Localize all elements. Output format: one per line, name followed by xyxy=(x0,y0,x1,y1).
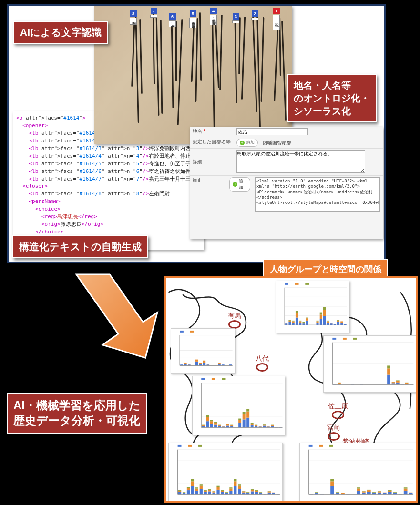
svg-rect-372 xyxy=(388,491,392,492)
svg-rect-246 xyxy=(178,490,181,491)
svg-rect-1 xyxy=(285,283,288,285)
svg-rect-147 xyxy=(251,424,254,425)
manuscript-marker-2[interactable]: 2寄進上山熊野三所権現科田事 xyxy=(251,10,258,20)
svg-rect-85 xyxy=(203,361,206,363)
svg-rect-156 xyxy=(263,425,266,426)
svg-rect-296 xyxy=(251,490,254,492)
form-kml-box[interactable]: <?xml version="1.0" encoding="UTF-8"?> <… xyxy=(255,177,380,212)
svg-rect-58 xyxy=(340,321,343,323)
svg-rect-41 xyxy=(320,313,322,315)
svg-rect-57 xyxy=(340,323,343,325)
place-佐土原: 佐土原 xyxy=(328,402,348,419)
svg-rect-295 xyxy=(251,491,254,494)
svg-rect-251 xyxy=(187,488,190,490)
svg-rect-65 xyxy=(180,331,184,333)
svg-rect-256 xyxy=(195,491,198,494)
svg-rect-220 xyxy=(392,382,395,383)
manuscript-marker-1[interactable]: 1[転代…]山龍現三科田寄進状案文 xyxy=(273,8,280,30)
manuscript-marker-6[interactable]: 6寧之祈祷之状如件、 xyxy=(169,13,176,27)
svg-rect-320 xyxy=(329,445,333,447)
svg-rect-339 xyxy=(330,481,334,486)
svg-rect-253 xyxy=(191,486,194,494)
form-place-input[interactable] xyxy=(236,128,308,135)
svg-rect-12 xyxy=(288,322,291,325)
svg-rect-290 xyxy=(242,491,245,492)
svg-rect-286 xyxy=(238,489,241,495)
svg-rect-267 xyxy=(208,489,211,490)
svg-rect-84 xyxy=(203,363,206,365)
svg-rect-174 xyxy=(353,338,357,340)
svg-rect-263 xyxy=(204,491,207,492)
svg-rect-66 xyxy=(190,331,194,333)
svg-rect-103 xyxy=(212,378,215,380)
svg-rect-3 xyxy=(305,283,309,285)
svg-rect-338 xyxy=(330,486,334,494)
manuscript-marker-4[interactable]: 4右於田地者、停止万雑公事、所奉 xyxy=(210,8,217,25)
svg-rect-116 xyxy=(210,424,213,427)
mini-chart-c2 xyxy=(171,328,235,374)
svg-rect-360 xyxy=(367,490,371,492)
svg-rect-87 xyxy=(207,364,210,364)
manuscript-marker-3[interactable]: 3坪浮免割段町内西方六段 xyxy=(232,13,239,23)
svg-rect-276 xyxy=(221,490,224,491)
svg-rect-381 xyxy=(404,489,408,491)
svg-rect-111 xyxy=(202,425,205,426)
svg-rect-104 xyxy=(222,378,226,380)
svg-rect-145 xyxy=(246,409,249,412)
label-structured-text: 構造化テキストの自動生成 xyxy=(12,235,148,258)
svg-rect-121 xyxy=(214,422,217,423)
svg-rect-369 xyxy=(383,493,387,493)
svg-rect-157 xyxy=(263,424,266,425)
manuscript-marker-5[interactable]: 5寄進也、仍至于子子孫孫、可被致丁 xyxy=(189,10,196,28)
form-stipulated-value: 因幡国智頭郡 xyxy=(263,140,291,146)
svg-rect-23 xyxy=(299,321,301,322)
svg-rect-297 xyxy=(251,489,254,490)
manuscript-marker-8[interactable]: 8左衛門尉 藤原忠長 xyxy=(130,10,137,25)
svg-rect-193 xyxy=(351,384,355,384)
svg-rect-199 xyxy=(360,384,363,384)
svg-rect-278 xyxy=(225,493,228,493)
svg-rect-308 xyxy=(268,491,271,492)
add-button-1[interactable]: 追加 xyxy=(236,139,258,147)
mini-chart-c1 xyxy=(276,281,349,333)
svg-rect-309 xyxy=(268,491,271,491)
svg-rect-318 xyxy=(309,445,313,447)
svg-rect-285 xyxy=(234,479,236,482)
svg-rect-380 xyxy=(404,491,408,494)
svg-rect-271 xyxy=(216,490,219,494)
svg-rect-245 xyxy=(178,491,181,492)
form-kml-label: kml xyxy=(193,177,229,182)
svg-rect-254 xyxy=(191,481,194,486)
svg-rect-138 xyxy=(238,420,241,423)
svg-rect-159 xyxy=(267,426,270,426)
svg-rect-218 xyxy=(387,365,390,368)
svg-rect-283 xyxy=(234,486,236,494)
svg-rect-38 xyxy=(316,321,318,322)
svg-rect-269 xyxy=(212,491,215,492)
svg-rect-81 xyxy=(195,360,198,362)
svg-rect-289 xyxy=(242,493,245,495)
svg-rect-358 xyxy=(362,491,366,491)
svg-rect-132 xyxy=(230,425,233,426)
svg-rect-114 xyxy=(206,417,209,421)
svg-rect-226 xyxy=(401,384,404,384)
svg-rect-279 xyxy=(225,492,228,493)
svg-rect-54 xyxy=(337,322,339,325)
svg-rect-223 xyxy=(396,381,400,383)
svg-rect-261 xyxy=(200,484,203,486)
svg-rect-118 xyxy=(210,420,213,421)
svg-rect-130 xyxy=(226,424,229,424)
place-有馬: 有馬 xyxy=(228,312,241,329)
svg-rect-172 xyxy=(332,338,336,340)
manuscript-marker-7[interactable]: 7嘉元三年十月十三日 xyxy=(150,8,157,18)
svg-rect-236 xyxy=(178,445,182,447)
svg-rect-112 xyxy=(202,425,205,425)
svg-rect-163 xyxy=(271,425,274,425)
form-details-textarea[interactable] xyxy=(236,150,365,173)
add-button-2[interactable]: 追加 xyxy=(229,177,250,192)
svg-rect-42 xyxy=(323,316,326,325)
svg-rect-146 xyxy=(251,425,254,428)
svg-rect-260 xyxy=(200,486,203,489)
svg-rect-83 xyxy=(199,363,202,364)
svg-rect-141 xyxy=(243,414,246,419)
